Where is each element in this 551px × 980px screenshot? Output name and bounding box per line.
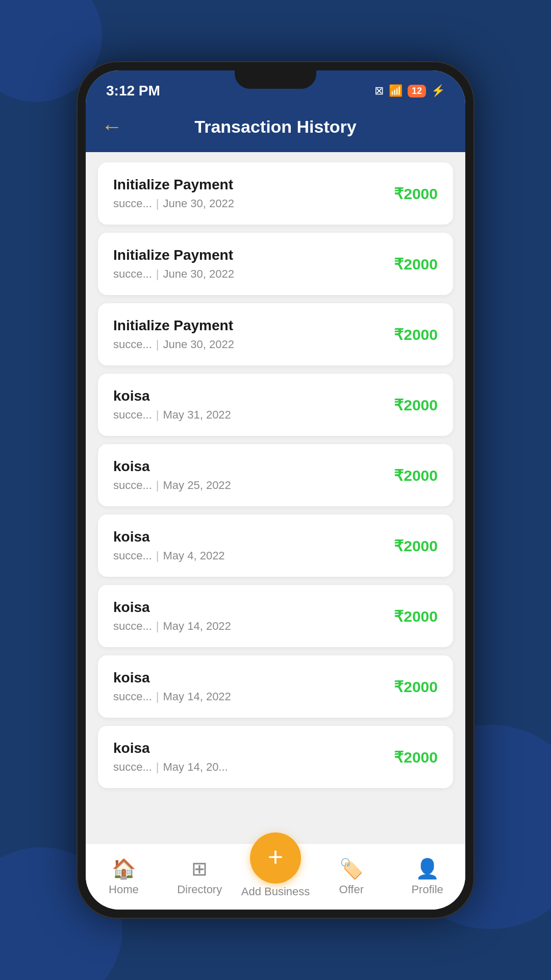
screen-record-icon: ⊠	[374, 84, 384, 97]
transaction-meta: succe... | June 30, 2022	[113, 338, 234, 351]
transaction-date: May 4, 2022	[163, 549, 225, 562]
transaction-details: Initialize Payment succe... | June 30, 2…	[113, 177, 234, 210]
transaction-details: koisa succe... | May 14, 2022	[113, 670, 231, 703]
transaction-date: June 30, 2022	[163, 338, 234, 351]
transaction-status: succe...	[113, 549, 152, 562]
directory-icon: ⊞	[191, 857, 208, 880]
transaction-details: koisa succe... | May 31, 2022	[113, 388, 231, 422]
transaction-name: koisa	[113, 740, 228, 756]
transaction-meta: succe... | June 30, 2022	[113, 267, 234, 281]
transaction-details: Initialize Payment succe... | June 30, 2…	[113, 247, 234, 281]
separator: |	[156, 338, 159, 351]
status-icons: ⊠ 📶 12 ⚡	[374, 84, 445, 97]
transaction-date: May 14, 2022	[163, 690, 231, 703]
transaction-meta: succe... | May 14, 2022	[113, 690, 231, 703]
transaction-card[interactable]: koisa succe... | May 4, 2022 ₹2000	[98, 514, 453, 577]
nav-label-profile: Profile	[411, 883, 443, 896]
battery-badge: 12	[408, 85, 426, 97]
profile-icon: 👤	[415, 857, 439, 880]
plus-icon: +	[268, 844, 283, 870]
nav-item-home[interactable]: 🏠 Home	[86, 857, 162, 896]
transaction-amount: ₹2000	[394, 537, 438, 555]
transaction-details: koisa succe... | May 25, 2022	[113, 458, 231, 492]
transaction-status: succe...	[113, 690, 152, 703]
add-business-circle: +	[250, 832, 301, 884]
transaction-status: succe...	[113, 620, 152, 633]
bottom-navigation: 🏠 Home ⊞ Directory + Add Business 🏷️ Off…	[86, 843, 465, 910]
transaction-date: May 25, 2022	[163, 479, 231, 492]
transaction-status: succe...	[113, 479, 152, 492]
transaction-card[interactable]: Initialize Payment succe... | June 30, 2…	[98, 233, 453, 295]
separator: |	[156, 620, 159, 633]
transaction-details: koisa succe... | May 14, 20...	[113, 740, 228, 774]
transaction-card[interactable]: Initialize Payment succe... | June 30, 2…	[98, 162, 453, 225]
nav-item-profile[interactable]: 👤 Profile	[389, 857, 465, 896]
page-title: Transaction History	[194, 117, 356, 137]
separator: |	[156, 479, 159, 492]
separator: |	[156, 408, 159, 422]
transaction-name: Initialize Payment	[113, 177, 234, 193]
transaction-details: koisa succe... | May 14, 2022	[113, 599, 231, 633]
transaction-date: June 30, 2022	[163, 197, 234, 210]
nav-item-offer[interactable]: 🏷️ Offer	[313, 857, 389, 896]
phone-screen: 3:12 PM ⊠ 📶 12 ⚡ ← Transaction History I…	[86, 70, 465, 910]
home-icon: 🏠	[112, 857, 136, 880]
transaction-amount: ₹2000	[394, 467, 438, 484]
transaction-date: May 14, 2022	[163, 620, 231, 633]
transaction-name: koisa	[113, 529, 225, 545]
transaction-meta: succe... | May 31, 2022	[113, 408, 231, 422]
transaction-amount: ₹2000	[394, 748, 438, 766]
transaction-meta: succe... | June 30, 2022	[113, 197, 234, 210]
status-time: 3:12 PM	[106, 83, 160, 99]
separator: |	[156, 690, 159, 703]
transaction-name: koisa	[113, 458, 231, 475]
transaction-amount: ₹2000	[394, 255, 438, 273]
transaction-card[interactable]: Initialize Payment succe... | June 30, 2…	[98, 303, 453, 365]
transaction-card[interactable]: koisa succe... | May 14, 2022 ₹2000	[98, 585, 453, 647]
separator: |	[156, 267, 159, 281]
transaction-name: Initialize Payment	[113, 247, 234, 263]
transaction-meta: succe... | May 14, 20...	[113, 761, 228, 774]
transaction-status: succe...	[113, 761, 152, 774]
phone-frame: 3:12 PM ⊠ 📶 12 ⚡ ← Transaction History I…	[77, 61, 474, 919]
nav-item-directory[interactable]: ⊞ Directory	[162, 857, 238, 896]
transaction-meta: succe... | May 14, 2022	[113, 620, 231, 633]
transaction-status: succe...	[113, 408, 152, 422]
transaction-date: May 14, 20...	[163, 761, 228, 774]
transaction-details: Initialize Payment succe... | June 30, 2…	[113, 317, 234, 351]
back-button[interactable]: ←	[101, 114, 122, 139]
transaction-card[interactable]: koisa succe... | May 25, 2022 ₹2000	[98, 444, 453, 506]
separator: |	[156, 197, 159, 210]
battery-icon: ⚡	[431, 84, 445, 97]
transaction-details: koisa succe... | May 4, 2022	[113, 529, 225, 562]
transaction-name: koisa	[113, 388, 231, 404]
nav-label-directory: Directory	[177, 883, 222, 896]
transaction-amount: ₹2000	[394, 185, 438, 203]
nav-item-add-business[interactable]: + Add Business	[238, 855, 314, 898]
transaction-name: koisa	[113, 599, 231, 616]
separator: |	[156, 761, 159, 774]
transaction-status: succe...	[113, 267, 152, 281]
transaction-amount: ₹2000	[394, 396, 438, 414]
wifi-icon: 📶	[389, 84, 403, 97]
transaction-status: succe...	[113, 197, 152, 210]
transaction-amount: ₹2000	[394, 607, 438, 625]
nav-label-offer: Offer	[339, 883, 364, 896]
transaction-card[interactable]: koisa succe... | May 14, 20... ₹2000	[98, 726, 453, 788]
transaction-card[interactable]: koisa succe... | May 14, 2022 ₹2000	[98, 655, 453, 718]
transaction-name: Initialize Payment	[113, 317, 234, 334]
transaction-date: June 30, 2022	[163, 267, 234, 281]
nav-label-home: Home	[109, 883, 139, 896]
nav-label-add-business: Add Business	[241, 885, 310, 898]
transaction-amount: ₹2000	[394, 326, 438, 344]
transaction-card[interactable]: koisa succe... | May 31, 2022 ₹2000	[98, 374, 453, 436]
offer-icon: 🏷️	[339, 857, 363, 880]
transaction-date: May 31, 2022	[163, 408, 231, 422]
transaction-meta: succe... | May 4, 2022	[113, 549, 225, 562]
page-header: ← Transaction History	[86, 106, 465, 152]
transaction-name: koisa	[113, 670, 231, 686]
transaction-status: succe...	[113, 338, 152, 351]
separator: |	[156, 549, 159, 562]
transaction-meta: succe... | May 25, 2022	[113, 479, 231, 492]
phone-notch	[235, 70, 316, 89]
